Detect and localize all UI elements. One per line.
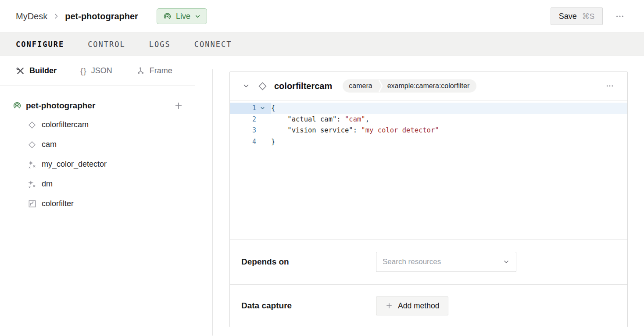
resource-type-badge: camera example:camera:colorfilter	[343, 79, 476, 93]
resource-title: colorfiltercam	[274, 81, 332, 91]
resource-card-colorfiltercam: colorfiltercam camera example:camera:col…	[229, 71, 628, 327]
line-number: 2	[252, 114, 256, 125]
config-json-editor[interactable]: 1{2 "actual_cam": "cam",3 "vision_servic…	[230, 100, 627, 239]
resource-tree: colorfiltercamcammy_color_detectordmcolo…	[0, 115, 195, 214]
machine-root-row[interactable]: pet-photographer	[0, 97, 195, 115]
add-method-label: Add method	[398, 301, 439, 311]
ellipsis-icon	[615, 11, 625, 21]
tab-configure[interactable]: CONFIGURE	[16, 40, 64, 49]
breadcrumb-current: pet-photographer	[65, 11, 138, 21]
breadcrumb-parent[interactable]: MyDesk	[16, 11, 47, 21]
collapse-card-button[interactable]	[241, 81, 251, 91]
tree-item-label: cam	[42, 140, 57, 149]
code-line-1[interactable]: 1{	[230, 103, 627, 114]
tree-item-my_color_detector[interactable]: my_color_detector	[0, 154, 195, 174]
tree-item-colorfiltercam[interactable]: colorfiltercam	[0, 115, 195, 135]
sparkles-icon	[27, 160, 37, 169]
chevron-down-icon	[194, 13, 201, 20]
code-line-3[interactable]: 3 "vision_service": "my_color_detector"	[230, 125, 627, 136]
code-line-content: "actual_cam": "cam",	[271, 114, 627, 125]
tree-item-colorfilter[interactable]: colorfilter	[0, 194, 195, 214]
plus-icon	[174, 101, 183, 111]
page-tabs: CONFIGURECONTROLLOGSCONNECT	[0, 32, 644, 56]
chevron-right-icon	[53, 13, 60, 20]
save-label: Save	[559, 12, 577, 21]
tree-item-label: my_color_detector	[42, 160, 107, 169]
code-line-content: }	[271, 136, 627, 148]
mode-json[interactable]: {}JSON	[80, 66, 112, 76]
editor-gutter: 4	[230, 136, 271, 148]
tree-item-label: colorfilter	[42, 199, 74, 208]
tree-item-label: dm	[42, 179, 53, 189]
tab-connect[interactable]: CONNECT	[194, 40, 232, 49]
mode-frame[interactable]: Frame	[136, 66, 172, 75]
code-line-content: "vision_service": "my_color_detector"	[271, 125, 627, 136]
editor-gutter: 2	[230, 114, 271, 125]
diamond-icon	[27, 120, 37, 130]
code-line-4[interactable]: 4}	[230, 136, 627, 148]
badge-separator-icon	[379, 79, 383, 93]
mode-builder[interactable]: Builder	[16, 66, 57, 75]
data-capture-section: Data capture Add method	[230, 284, 627, 327]
resource-model: example:camera:colorfilter	[383, 82, 477, 90]
diamond-icon	[257, 81, 268, 92]
resource-card-header: colorfiltercam camera example:camera:col…	[230, 72, 627, 100]
code-line-2[interactable]: 2 "actual_cam": "cam",	[230, 114, 627, 125]
save-button[interactable]: Save ⌘S	[551, 7, 603, 25]
braces-icon: {}	[80, 66, 87, 76]
broadcast-icon	[163, 12, 172, 21]
mode-label: JSON	[91, 66, 112, 75]
add-resource-button[interactable]	[173, 100, 184, 111]
save-shortcut: ⌘S	[582, 12, 594, 21]
diamond-icon	[27, 140, 37, 150]
chevron-down-icon	[242, 82, 250, 90]
line-number: 1	[252, 103, 256, 114]
tab-logs[interactable]: LOGS	[149, 40, 171, 49]
tree-item-cam[interactable]: cam	[0, 135, 195, 154]
data-capture-label: Data capture	[241, 301, 376, 311]
config-sidebar: Builder{}JSONFrame pet-photographer colo…	[0, 56, 195, 336]
machine-name: pet-photographer	[26, 101, 169, 111]
fold-chevron-icon[interactable]	[256, 105, 271, 111]
depends-on-section: Depends on Search resources	[230, 239, 627, 284]
tab-control[interactable]: CONTROL	[88, 40, 125, 49]
ellipsis-icon	[605, 82, 614, 90]
add-method-button[interactable]: Add method	[376, 297, 448, 315]
depends-on-label: Depends on	[241, 257, 376, 267]
app-header: MyDesk pet-photographer Live Save ⌘S	[0, 0, 644, 32]
mode-label: Builder	[29, 66, 57, 75]
mode-label: Frame	[150, 66, 172, 75]
frame-icon	[136, 66, 145, 75]
code-line-content: {	[271, 103, 627, 114]
sparkles-icon	[27, 179, 37, 189]
view-mode-switcher: Builder{}JSONFrame	[0, 56, 195, 86]
header-menu-button[interactable]	[613, 10, 626, 23]
line-number: 3	[252, 125, 256, 136]
line-number: 4	[252, 136, 256, 148]
editor-gutter: 3	[230, 125, 271, 136]
depends-on-select[interactable]: Search resources	[376, 252, 516, 272]
main-content: colorfiltercam camera example:camera:col…	[195, 56, 644, 336]
tools-icon	[16, 66, 25, 75]
plus-icon	[385, 302, 393, 310]
breadcrumb: MyDesk pet-photographer	[16, 11, 138, 21]
depends-on-placeholder: Search resources	[383, 257, 503, 266]
editor-gutter: 1	[230, 103, 271, 114]
machine-status-badge[interactable]: Live	[157, 8, 207, 24]
module-icon	[27, 199, 37, 208]
chevron-down-icon	[503, 258, 510, 265]
card-menu-button[interactable]	[604, 80, 616, 92]
broadcast-icon	[12, 101, 22, 111]
tree-item-label: colorfiltercam	[42, 120, 89, 129]
tree-item-dm[interactable]: dm	[0, 174, 195, 194]
status-label: Live	[176, 12, 190, 21]
resource-type: camera	[343, 82, 378, 90]
panel-divider	[212, 69, 213, 336]
